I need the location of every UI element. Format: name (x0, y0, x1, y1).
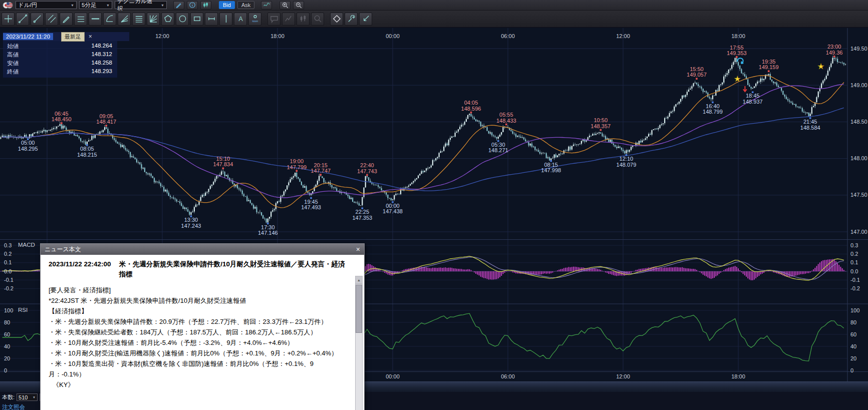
latest-candle-button[interactable]: 最新足 (61, 32, 85, 42)
info-button[interactable] (187, 1, 198, 10)
star-marker: ★ (734, 75, 741, 83)
tool-text-button[interactable]: A (234, 13, 247, 26)
crosshair-icon (4, 14, 13, 24)
ohlc-info-box: 2023/11/22 11:20 最新足 × 始値148.264 高値148.3… (3, 32, 129, 78)
icon-stamp-icon: icon (250, 14, 260, 24)
news-body-line: *22:42JST 米・先週分新規失業保険申請件数/10月耐久財受注速報値 (49, 295, 347, 306)
tool-gann-fan-button[interactable] (147, 13, 160, 26)
news-close-icon[interactable]: × (356, 246, 360, 253)
horizontal-line-icon (91, 14, 100, 24)
news-body-line: ・米・10月製造業出荷・資本財(航空機を除く非国防)速報値：前月比0%（予想：+… (49, 358, 347, 379)
news-scrollbar[interactable]: ▲ (355, 276, 363, 410)
tool-settings-wrench-button[interactable] (345, 13, 358, 26)
scroll-up-icon[interactable]: ▲ (356, 276, 362, 284)
tool-horizontal-line-button[interactable] (89, 13, 102, 26)
ohlc-row: 安値148.258 (3, 59, 117, 68)
tool-line-chart-button[interactable] (282, 13, 295, 26)
zoom-in-icon (281, 2, 289, 9)
magnifier-icon (313, 14, 323, 24)
ask-button[interactable]: Ask (237, 1, 254, 9)
timeframe-select[interactable]: 5分足 ▼ (79, 1, 112, 9)
news-window: ニュース本文 × 2023/11/22 22:42:00 米・先週分新規失業保険… (40, 243, 365, 410)
text-icon: A (236, 14, 245, 24)
tool-eraser-button[interactable] (330, 13, 343, 26)
svg-text:A: A (238, 16, 243, 23)
news-headline-text: 米・先週分新規失業保険申請件数/10月耐久財受注速報値／要人発言・経済指標 (119, 259, 349, 280)
news-body-line: ・米・失業保険継続受給者数：184万人（予想：187.5万人、前回：186.2万… (49, 327, 347, 337)
candle-chart-icon (299, 14, 308, 24)
fibonacci-fan-icon (120, 14, 129, 24)
tool-move-arrow-button[interactable] (359, 13, 372, 26)
tool-trend-line-button[interactable] (16, 13, 29, 26)
pencil-icon (175, 2, 182, 9)
trend-line-icon (18, 14, 28, 24)
order-inquiry-link[interactable]: 注文照会 (2, 403, 25, 410)
news-body-line: ・米・10月耐久財受注(輸送用機器除く)速報値：前月比0%（予想：+0.1%、9… (49, 348, 347, 358)
chevron-down-icon: ▼ (71, 4, 74, 7)
candle-count-label: 本数: (2, 393, 15, 401)
zoom-out-icon (295, 2, 303, 9)
gann-fan-icon (149, 14, 158, 24)
line-chart-icon (284, 14, 294, 24)
chevron-down-icon: ▼ (161, 4, 164, 7)
rectangle-icon (192, 14, 202, 24)
tool-fibonacci-retracement-button[interactable] (132, 13, 145, 26)
draw-edit-button[interactable] (173, 1, 184, 10)
infobox-close-icon[interactable]: × (89, 33, 92, 40)
tool-horizontal-lines-button[interactable] (74, 13, 87, 26)
tool-pentagon-button[interactable] (161, 13, 174, 26)
fx-chart-window: ★★ ドル/円 ▼ 5分足 ▼ テクニカル選択 ▼ (0, 0, 868, 410)
move-arrow-icon (361, 14, 371, 24)
chevron-down-icon: ▼ (33, 395, 36, 399)
vertical-line-icon (221, 14, 231, 24)
ray-line-icon (33, 14, 42, 24)
tool-ellipse-button[interactable] (176, 13, 189, 26)
pencil-icon (62, 14, 71, 24)
pentagon-icon (163, 14, 173, 24)
tool-comment-button[interactable] (267, 13, 280, 26)
tool-crosshair-button[interactable] (2, 13, 15, 26)
wave-chart-button[interactable] (261, 1, 272, 10)
news-body: [要人発言・経済指標]*22:42JST 米・先週分新規失業保険申請件数/10月… (49, 280, 347, 410)
tool-icon-stamp-button[interactable]: icon (248, 13, 261, 26)
news-scrollbar-thumb[interactable] (356, 285, 362, 333)
top-toolbar: ドル/円 ▼ 5分足 ▼ テクニカル選択 ▼ Bid Ask (0, 0, 868, 11)
candle-count-select[interactable]: 510 ▼ (17, 393, 38, 401)
tool-candle-chart-button[interactable] (297, 13, 310, 26)
tool-ray-line-button[interactable] (31, 13, 44, 26)
news-datetime: 2023/11/22 22:42:00 (49, 259, 111, 280)
tool-rectangle-button[interactable] (190, 13, 203, 26)
zoom-in-button[interactable] (279, 1, 291, 10)
eraser-icon (332, 14, 342, 24)
star-marker: ★ (817, 62, 824, 71)
bid-button[interactable]: Bid (219, 1, 235, 9)
news-body-line: 【経済指標】 (49, 306, 347, 316)
zoom-out-button[interactable] (293, 1, 304, 10)
candle-datetime: 2023/11/22 11:20 (3, 33, 53, 40)
ohlc-row: 始値148.264 (3, 42, 117, 51)
technical-select[interactable]: テクニカル選択 ▼ (115, 1, 167, 9)
svg-text:icon: icon (252, 19, 258, 23)
timeframe-select-value: 5分足 (82, 2, 96, 9)
ohlc-row: 終値148.293 (3, 68, 117, 76)
parallel-channel-icon (47, 14, 57, 24)
tool-horizontal-segment-button[interactable] (205, 13, 218, 26)
tool-pencil-button[interactable] (60, 13, 73, 26)
currency-pair-flag-icon (2, 2, 13, 9)
news-body-line: 《KY》 (49, 379, 347, 390)
fibonacci-arc-icon (105, 14, 115, 24)
fibonacci-retracement-icon (134, 14, 144, 24)
news-body-line: ・米・10月耐久財受注速報値：前月比-5.4%（予想：-3.2%、9月：+4.0… (49, 337, 347, 348)
comment-icon (269, 14, 279, 24)
news-window-titlebar[interactable]: ニュース本文 × (41, 244, 364, 255)
wave-chart-icon (263, 2, 270, 9)
pair-select[interactable]: ドル/円 ▼ (16, 1, 77, 9)
tool-vertical-line-button[interactable] (219, 13, 232, 26)
tool-fibonacci-fan-button[interactable] (118, 13, 131, 26)
horizontal-lines-icon (76, 14, 86, 24)
tool-magnifier-button[interactable] (311, 13, 324, 26)
settings-wrench-icon (347, 14, 356, 24)
candle-chart-button[interactable] (200, 1, 211, 10)
tool-fibonacci-arc-button[interactable] (103, 13, 116, 26)
tool-parallel-channel-button[interactable] (45, 13, 58, 26)
